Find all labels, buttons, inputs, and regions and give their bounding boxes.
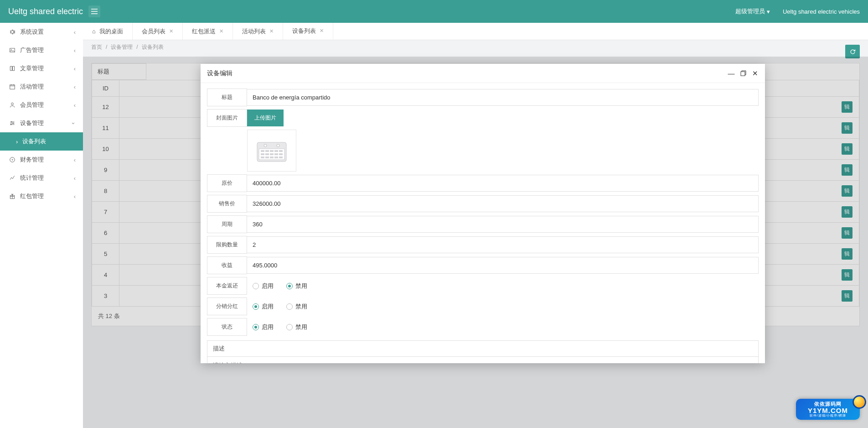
tab-红包派送[interactable]: 红包派送✕ bbox=[183, 23, 233, 40]
sidebar-item-label: 统计管理 bbox=[20, 174, 44, 182]
svg-rect-17 bbox=[279, 150, 283, 152]
row-title: 标题 bbox=[207, 89, 759, 106]
tab-close-icon[interactable]: ✕ bbox=[219, 28, 223, 34]
header-bar: Ueltg shared electric 超级管理员 ▾ Ueltg shar… bbox=[0, 0, 868, 23]
sidebar-item-会员管理[interactable]: 会员管理 bbox=[0, 96, 83, 114]
radio-principal-enable[interactable]: 启用 bbox=[253, 282, 274, 290]
row-period: 周期 bbox=[207, 215, 759, 233]
tab-label: 我的桌面 bbox=[99, 27, 123, 36]
sidebar-item-文章管理[interactable]: 文章管理 bbox=[0, 59, 83, 78]
sidebar-item-label: 广告管理 bbox=[20, 46, 44, 54]
sidebar-item-财务管理[interactable]: ¥财务管理 bbox=[0, 151, 83, 169]
input-orig-price[interactable] bbox=[247, 175, 759, 192]
radio-dividend-disable[interactable]: 禁用 bbox=[286, 303, 307, 311]
radio-status-disable[interactable]: 禁用 bbox=[286, 323, 307, 331]
label-cover: 封面图片 bbox=[207, 109, 247, 127]
label-sale-price: 销售价 bbox=[207, 195, 247, 213]
tab-我的桌面[interactable]: ⌂我的桌面 bbox=[83, 23, 133, 40]
slider-icon bbox=[9, 120, 16, 126]
chevron-left-icon bbox=[74, 65, 76, 72]
sidebar-item-设备管理[interactable]: 设备管理 bbox=[0, 114, 83, 132]
sidebar-item-label: 会员管理 bbox=[20, 101, 44, 109]
main-area: ⌂我的桌面会员列表✕红包派送✕活动列表✕设备列表✕ 首页/设备管理/设备列表 标… bbox=[83, 23, 868, 428]
user-name: 超级管理员 bbox=[735, 7, 765, 16]
radio-dividend-enable[interactable]: 启用 bbox=[253, 303, 274, 311]
image-icon bbox=[9, 47, 16, 53]
breadcrumb: 首页/设备管理/设备列表 bbox=[83, 40, 868, 54]
input-limit[interactable] bbox=[247, 236, 759, 253]
sidebar-item-广告管理[interactable]: 广告管理 bbox=[0, 41, 83, 59]
sidebar-item-统计管理[interactable]: 统计管理 bbox=[0, 169, 83, 187]
label-profit: 收益 bbox=[207, 256, 247, 274]
tab-label: 设备列表 bbox=[292, 27, 316, 35]
app-logo: Ueltg shared electric bbox=[8, 7, 83, 16]
breadcrumb-item[interactable]: 设备管理 bbox=[111, 43, 133, 51]
tab-label: 活动列表 bbox=[242, 27, 266, 36]
maximize-icon[interactable] bbox=[739, 70, 747, 77]
sidebar-item-label: 红包管理 bbox=[20, 192, 44, 200]
user-dropdown[interactable]: 超级管理员 ▾ bbox=[735, 7, 770, 16]
edit-device-modal: 设备编辑 — ✕ 标题 封面图片 上传图片 bbox=[201, 64, 765, 363]
label-limit: 限购数量 bbox=[207, 236, 247, 254]
cover-preview[interactable] bbox=[247, 130, 296, 172]
svg-rect-19 bbox=[265, 153, 269, 155]
chevron-left-icon bbox=[74, 84, 76, 90]
sidebar-item-活动管理[interactable]: 活动管理 bbox=[0, 78, 83, 96]
tab-close-icon[interactable]: ✕ bbox=[169, 28, 173, 34]
input-profit[interactable] bbox=[247, 257, 759, 274]
input-period[interactable] bbox=[247, 216, 759, 233]
svg-rect-24 bbox=[265, 157, 269, 158]
chevron-left-icon bbox=[74, 157, 76, 163]
home-icon: ⌂ bbox=[92, 28, 96, 35]
svg-point-3 bbox=[11, 103, 14, 105]
svg-point-29 bbox=[277, 144, 279, 147]
upload-button[interactable]: 上传图片 bbox=[247, 110, 284, 126]
radio-label-enable: 启用 bbox=[262, 323, 274, 331]
radio-status-enable[interactable]: 启用 bbox=[253, 323, 274, 331]
sidebar-item-label: 设备管理 bbox=[20, 119, 44, 127]
radio-principal: 启用 禁用 bbox=[247, 277, 759, 295]
chevron-left-icon bbox=[74, 47, 76, 54]
sidebar-item-设备列表[interactable]: 设备列表 bbox=[0, 132, 83, 151]
chevron-left-icon bbox=[74, 102, 76, 109]
svg-rect-20 bbox=[270, 153, 274, 155]
tab-会员列表[interactable]: 会员列表✕ bbox=[133, 23, 183, 40]
calendar-icon bbox=[9, 84, 16, 90]
input-title[interactable] bbox=[247, 89, 759, 106]
modal-header: 设备编辑 — ✕ bbox=[201, 64, 765, 83]
sidebar-item-系统设置[interactable]: 系统设置 bbox=[0, 23, 83, 41]
toggle-sidebar-button[interactable] bbox=[88, 5, 100, 17]
description-textarea[interactable] bbox=[207, 356, 758, 363]
radio-dividend: 启用 禁用 bbox=[247, 298, 759, 315]
device-image-icon bbox=[253, 137, 290, 164]
svg-point-5 bbox=[13, 123, 14, 124]
radio-status: 启用 禁用 bbox=[247, 318, 759, 336]
label-orig-price: 原价 bbox=[207, 174, 247, 192]
input-sale-price[interactable] bbox=[247, 195, 759, 212]
row-dividend: 分销分红 启用 禁用 bbox=[207, 298, 759, 315]
description-block: 描述 bbox=[207, 340, 759, 363]
breadcrumb-separator: / bbox=[136, 44, 138, 50]
modal-window-controls: — ✕ bbox=[728, 70, 759, 77]
gear-icon bbox=[9, 29, 16, 35]
chevron-left-icon bbox=[74, 175, 76, 182]
svg-point-4 bbox=[11, 121, 12, 122]
svg-rect-26 bbox=[274, 157, 278, 158]
breadcrumb-item[interactable]: 设备列表 bbox=[142, 43, 164, 51]
label-period: 周期 bbox=[207, 215, 247, 233]
sidebar-item-红包管理[interactable]: 红包管理 bbox=[0, 187, 83, 205]
svg-rect-25 bbox=[270, 157, 274, 158]
tab-活动列表[interactable]: 活动列表✕ bbox=[233, 23, 283, 40]
stats-icon bbox=[9, 175, 16, 181]
close-icon[interactable]: ✕ bbox=[751, 70, 759, 77]
label-principal: 本金返还 bbox=[207, 277, 247, 295]
chevron-left-icon bbox=[74, 29, 76, 36]
row-sale-price: 销售价 bbox=[207, 195, 759, 213]
chevron-left-icon bbox=[74, 193, 76, 200]
tab-设备列表[interactable]: 设备列表✕ bbox=[283, 23, 333, 40]
minimize-icon[interactable]: — bbox=[728, 70, 735, 77]
breadcrumb-item[interactable]: 首页 bbox=[91, 43, 102, 51]
tab-close-icon[interactable]: ✕ bbox=[320, 28, 324, 34]
tab-close-icon[interactable]: ✕ bbox=[269, 28, 274, 34]
radio-principal-disable[interactable]: 禁用 bbox=[286, 282, 307, 290]
